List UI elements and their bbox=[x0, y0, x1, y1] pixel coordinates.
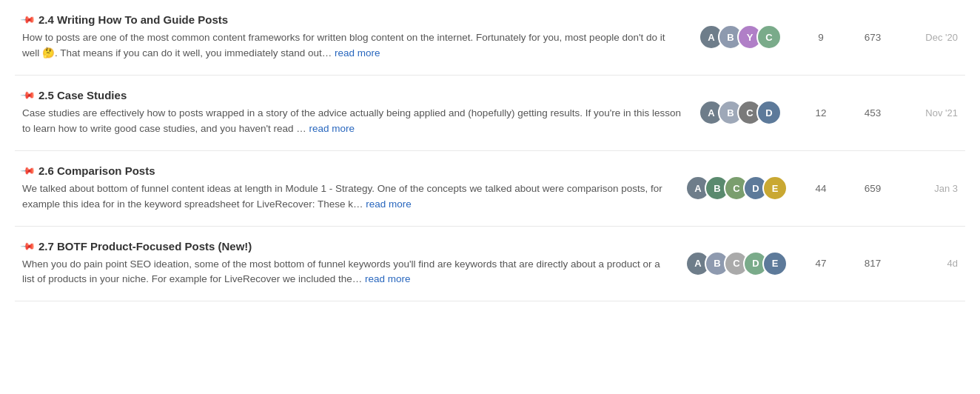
pin-icon: 📌 bbox=[20, 87, 36, 103]
topic-replies: 44 bbox=[802, 183, 839, 194]
read-more-link[interactable]: read more bbox=[365, 273, 411, 284]
topic-avatars: ABCD bbox=[699, 100, 788, 125]
topic-title[interactable]: 📌2.5 Case Studies bbox=[22, 89, 684, 101]
topic-title[interactable]: 📌2.4 Writing How To and Guide Posts bbox=[22, 13, 684, 26]
topic-replies: 9 bbox=[802, 32, 839, 43]
avatar-group: ABCD bbox=[699, 100, 782, 125]
read-more-link[interactable]: read more bbox=[366, 198, 412, 210]
table-row: 📌2.5 Case StudiesCase studies are effect… bbox=[15, 76, 965, 151]
topic-views: 453 bbox=[854, 107, 891, 118]
topic-views: 817 bbox=[854, 258, 891, 269]
topic-title-text: 2.6 Comparison Posts bbox=[38, 164, 155, 177]
avatar-group: ABCDE bbox=[685, 176, 788, 201]
topic-avatars: ABCDE bbox=[685, 176, 788, 201]
topic-main: 📌2.6 Comparison PostsWe talked about bot… bbox=[22, 164, 671, 213]
topic-views: 673 bbox=[854, 32, 891, 43]
topic-excerpt: We talked about bottom of funnel content… bbox=[22, 181, 671, 213]
topic-views: 659 bbox=[854, 183, 891, 194]
avatar: D bbox=[756, 100, 782, 125]
topics-container: 📌2.4 Writing How To and Guide PostsHow t… bbox=[0, 0, 980, 301]
avatar: C bbox=[756, 24, 782, 50]
avatar-group: ABYC bbox=[699, 24, 782, 50]
pin-icon: 📌 bbox=[20, 162, 36, 178]
pin-icon: 📌 bbox=[20, 12, 36, 28]
topic-date: Nov '21 bbox=[906, 107, 958, 118]
topic-excerpt: When you do pain point SEO ideation, som… bbox=[22, 257, 671, 288]
avatar: E bbox=[762, 251, 788, 276]
topic-date: Dec '20 bbox=[906, 32, 958, 43]
table-row: 📌2.7 BOTF Product-Focused Posts (New!)Wh… bbox=[15, 227, 965, 302]
table-row: 📌2.4 Writing How To and Guide PostsHow t… bbox=[15, 0, 965, 76]
table-row: 📌2.6 Comparison PostsWe talked about bot… bbox=[15, 151, 965, 227]
topic-title-text: 2.5 Case Studies bbox=[38, 89, 127, 101]
read-more-link[interactable]: read more bbox=[309, 123, 355, 134]
topic-replies: 12 bbox=[802, 107, 839, 118]
topic-date: 4d bbox=[906, 258, 958, 269]
topic-main: 📌2.5 Case StudiesCase studies are effect… bbox=[22, 89, 684, 137]
topic-avatars: ABCDE bbox=[685, 251, 788, 276]
topic-excerpt: How to posts are one of the most common … bbox=[22, 30, 684, 61]
topic-title[interactable]: 📌2.6 Comparison Posts bbox=[22, 164, 671, 177]
avatar: E bbox=[762, 176, 788, 201]
topic-main: 📌2.7 BOTF Product-Focused Posts (New!)Wh… bbox=[22, 240, 671, 288]
topic-main: 📌2.4 Writing How To and Guide PostsHow t… bbox=[22, 13, 684, 61]
topic-title[interactable]: 📌2.7 BOTF Product-Focused Posts (New!) bbox=[22, 240, 671, 253]
topic-replies: 47 bbox=[802, 258, 839, 269]
topic-title-text: 2.7 BOTF Product-Focused Posts (New!) bbox=[38, 240, 252, 253]
topic-avatars: ABYC bbox=[699, 24, 788, 50]
pin-icon: 📌 bbox=[20, 238, 36, 254]
topic-date: Jan 3 bbox=[906, 183, 958, 194]
avatar-group: ABCDE bbox=[685, 251, 788, 276]
read-more-link[interactable]: read more bbox=[335, 47, 380, 59]
topic-excerpt: Case studies are effectively how to post… bbox=[22, 106, 684, 137]
topic-title-text: 2.4 Writing How To and Guide Posts bbox=[38, 13, 228, 26]
